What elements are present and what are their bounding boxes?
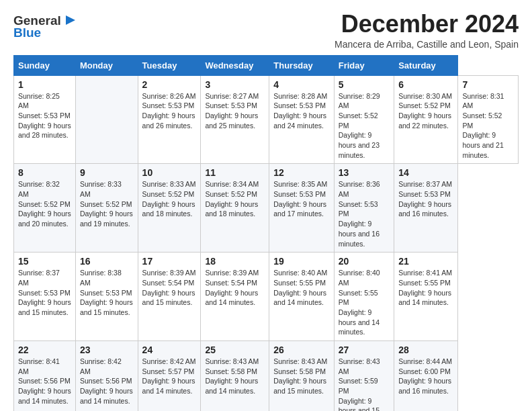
table-row: 4Sunrise: 8:28 AM Sunset: 5:53 PM Daylig… — [269, 75, 334, 164]
day-detail: Sunrise: 8:29 AM Sunset: 5:52 PM Dayligh… — [339, 91, 390, 161]
col-wednesday: Wednesday — [201, 55, 269, 75]
day-detail: Sunrise: 8:28 AM Sunset: 5:53 PM Dayligh… — [273, 91, 329, 131]
day-detail: Sunrise: 8:35 AM Sunset: 5:53 PM Dayligh… — [273, 179, 329, 219]
day-detail: Sunrise: 8:33 AM Sunset: 5:52 PM Dayligh… — [142, 179, 197, 219]
month-title: December 2024 — [335, 11, 519, 38]
day-number: 15 — [18, 256, 71, 267]
day-detail: Sunrise: 8:41 AM Sunset: 5:56 PM Dayligh… — [18, 357, 71, 406]
col-monday: Monday — [75, 55, 138, 75]
day-detail: Sunrise: 8:34 AM Sunset: 5:52 PM Dayligh… — [205, 179, 265, 219]
table-row: 10Sunrise: 8:33 AM Sunset: 5:52 PM Dayli… — [138, 164, 201, 253]
calendar-week-row: 8Sunrise: 8:32 AM Sunset: 5:52 PM Daylig… — [14, 164, 519, 253]
table-row: 25Sunrise: 8:43 AM Sunset: 5:58 PM Dayli… — [201, 341, 269, 411]
calendar-week-row: 15Sunrise: 8:37 AM Sunset: 5:53 PM Dayli… — [14, 253, 519, 341]
col-tuesday: Tuesday — [138, 55, 201, 75]
day-detail: Sunrise: 8:37 AM Sunset: 5:53 PM Dayligh… — [18, 268, 71, 317]
day-number: 25 — [205, 345, 265, 355]
day-number: 10 — [142, 167, 197, 178]
day-detail: Sunrise: 8:36 AM Sunset: 5:53 PM Dayligh… — [339, 179, 390, 248]
day-number: 7 — [462, 79, 514, 90]
day-detail: Sunrise: 8:44 AM Sunset: 6:00 PM Dayligh… — [398, 357, 453, 396]
col-thursday: Thursday — [269, 55, 334, 75]
day-detail: Sunrise: 8:37 AM Sunset: 5:53 PM Dayligh… — [398, 179, 453, 219]
table-row: 24Sunrise: 8:42 AM Sunset: 5:57 PM Dayli… — [138, 341, 201, 411]
day-detail: Sunrise: 8:38 AM Sunset: 5:53 PM Dayligh… — [80, 268, 134, 317]
table-row: 5Sunrise: 8:29 AM Sunset: 5:52 PM Daylig… — [334, 75, 394, 164]
day-number: 13 — [339, 167, 390, 178]
day-number: 27 — [339, 345, 390, 355]
day-number: 1 — [18, 79, 71, 90]
day-number: 2 — [142, 79, 197, 90]
table-row — [75, 75, 138, 164]
day-detail: Sunrise: 8:43 AM Sunset: 5:58 PM Dayligh… — [205, 357, 265, 396]
day-detail: Sunrise: 8:41 AM Sunset: 5:55 PM Dayligh… — [398, 268, 453, 308]
day-number: 26 — [273, 345, 329, 355]
day-detail: Sunrise: 8:39 AM Sunset: 5:54 PM Dayligh… — [142, 268, 197, 308]
day-number: 11 — [205, 167, 265, 178]
day-number: 24 — [142, 345, 197, 355]
day-number: 16 — [80, 256, 134, 267]
day-number: 21 — [398, 256, 453, 267]
table-row: 21Sunrise: 8:41 AM Sunset: 5:55 PM Dayli… — [394, 253, 458, 341]
day-number: 5 — [339, 79, 390, 90]
table-row: 22Sunrise: 8:41 AM Sunset: 5:56 PM Dayli… — [14, 341, 76, 411]
table-row: 14Sunrise: 8:37 AM Sunset: 5:53 PM Dayli… — [394, 164, 458, 253]
day-detail: Sunrise: 8:43 AM Sunset: 5:58 PM Dayligh… — [273, 357, 329, 396]
col-sunday: Sunday — [14, 55, 76, 75]
table-row: 8Sunrise: 8:32 AM Sunset: 5:52 PM Daylig… — [14, 164, 76, 253]
table-row: 11Sunrise: 8:34 AM Sunset: 5:52 PM Dayli… — [201, 164, 269, 253]
table-row: 3Sunrise: 8:27 AM Sunset: 5:53 PM Daylig… — [201, 75, 269, 164]
logo-blue: Blue — [13, 26, 41, 40]
title-area: December 2024 Mancera de Arriba, Castill… — [335, 11, 519, 50]
day-detail: Sunrise: 8:33 AM Sunset: 5:52 PM Dayligh… — [80, 179, 134, 228]
day-detail: Sunrise: 8:30 AM Sunset: 5:52 PM Dayligh… — [398, 91, 453, 131]
day-detail: Sunrise: 8:26 AM Sunset: 5:53 PM Dayligh… — [142, 91, 197, 131]
day-number: 12 — [273, 167, 329, 178]
day-detail: Sunrise: 8:32 AM Sunset: 5:52 PM Dayligh… — [18, 179, 71, 228]
day-number: 23 — [80, 345, 134, 355]
day-number: 4 — [273, 79, 329, 90]
table-row: 15Sunrise: 8:37 AM Sunset: 5:53 PM Dayli… — [14, 253, 76, 341]
logo: General Blue — [13, 11, 77, 40]
logo-icon — [62, 13, 77, 28]
calendar-week-row: 22Sunrise: 8:41 AM Sunset: 5:56 PM Dayli… — [14, 341, 519, 411]
day-number: 22 — [18, 345, 71, 355]
day-number: 14 — [398, 167, 453, 178]
calendar-table: Sunday Monday Tuesday Wednesday Thursday… — [13, 55, 519, 411]
day-detail: Sunrise: 8:43 AM Sunset: 5:59 PM Dayligh… — [339, 357, 390, 411]
calendar-week-row: 1Sunrise: 8:25 AM Sunset: 5:53 PM Daylig… — [14, 75, 519, 164]
day-detail: Sunrise: 8:27 AM Sunset: 5:53 PM Dayligh… — [205, 91, 265, 131]
day-detail: Sunrise: 8:31 AM Sunset: 5:52 PM Dayligh… — [462, 91, 514, 161]
table-row: 7Sunrise: 8:31 AM Sunset: 5:52 PM Daylig… — [458, 75, 519, 164]
day-detail: Sunrise: 8:40 AM Sunset: 5:55 PM Dayligh… — [273, 268, 329, 308]
day-number: 18 — [205, 256, 265, 267]
table-row: 23Sunrise: 8:42 AM Sunset: 5:56 PM Dayli… — [75, 341, 138, 411]
day-number: 9 — [80, 167, 134, 178]
col-saturday: Saturday — [394, 55, 458, 75]
table-row: 12Sunrise: 8:35 AM Sunset: 5:53 PM Dayli… — [269, 164, 334, 253]
day-number: 19 — [273, 256, 329, 267]
table-row: 6Sunrise: 8:30 AM Sunset: 5:52 PM Daylig… — [394, 75, 458, 164]
day-number: 17 — [142, 256, 197, 267]
day-detail: Sunrise: 8:42 AM Sunset: 5:56 PM Dayligh… — [80, 357, 134, 406]
day-detail: Sunrise: 8:39 AM Sunset: 5:54 PM Dayligh… — [205, 268, 265, 308]
calendar-header-row: Sunday Monday Tuesday Wednesday Thursday… — [14, 55, 519, 75]
day-number: 28 — [398, 345, 453, 355]
day-number: 3 — [205, 79, 265, 90]
table-row: 19Sunrise: 8:40 AM Sunset: 5:55 PM Dayli… — [269, 253, 334, 341]
day-detail: Sunrise: 8:42 AM Sunset: 5:57 PM Dayligh… — [142, 357, 197, 396]
day-number: 8 — [18, 167, 71, 178]
header: General Blue December 2024 Mancera de Ar… — [13, 11, 519, 50]
table-row: 20Sunrise: 8:40 AM Sunset: 5:55 PM Dayli… — [334, 253, 394, 341]
table-row: 9Sunrise: 8:33 AM Sunset: 5:52 PM Daylig… — [75, 164, 138, 253]
day-detail: Sunrise: 8:40 AM Sunset: 5:55 PM Dayligh… — [339, 268, 390, 337]
table-row: 17Sunrise: 8:39 AM Sunset: 5:54 PM Dayli… — [138, 253, 201, 341]
day-detail: Sunrise: 8:25 AM Sunset: 5:53 PM Dayligh… — [18, 91, 71, 140]
table-row: 2Sunrise: 8:26 AM Sunset: 5:53 PM Daylig… — [138, 75, 201, 164]
table-row: 26Sunrise: 8:43 AM Sunset: 5:58 PM Dayli… — [269, 341, 334, 411]
table-row: 13Sunrise: 8:36 AM Sunset: 5:53 PM Dayli… — [334, 164, 394, 253]
svg-marker-0 — [66, 15, 75, 25]
table-row: 16Sunrise: 8:38 AM Sunset: 5:53 PM Dayli… — [75, 253, 138, 341]
day-number: 20 — [339, 256, 390, 267]
table-row: 1Sunrise: 8:25 AM Sunset: 5:53 PM Daylig… — [14, 75, 76, 164]
